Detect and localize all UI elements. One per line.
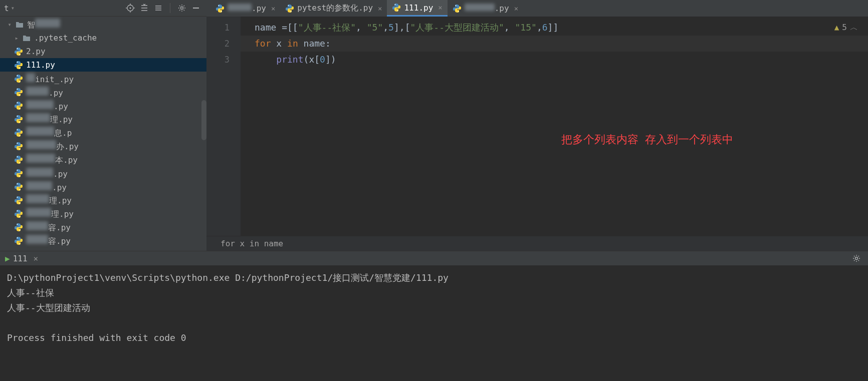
close-icon[interactable]: ×: [271, 5, 275, 13]
python-file-item[interactable]: 理.py: [0, 193, 206, 207]
console-line: 人事--社保: [7, 285, 861, 300]
python-file-item[interactable]: 2.py: [0, 45, 206, 58]
run-tool-window: ▶ 111 × D:\pythonProject1\venv\Scripts\p…: [0, 251, 868, 353]
python-file-item[interactable]: 111.py: [0, 58, 206, 72]
file-label: 理.py: [26, 208, 74, 220]
file-label: 息.p: [26, 127, 72, 139]
svg-point-35: [20, 189, 21, 190]
settings-icon[interactable]: [177, 4, 186, 13]
svg-point-21: [20, 95, 21, 96]
expand-all-icon[interactable]: [140, 4, 149, 13]
close-icon[interactable]: ×: [378, 5, 382, 13]
code-line-2[interactable]: for x in name:: [255, 36, 868, 52]
hide-icon[interactable]: [191, 4, 200, 13]
python-file-item[interactable]: 理.py: [0, 207, 206, 220]
python-file-icon: [14, 236, 23, 245]
svg-point-38: [17, 210, 18, 211]
close-icon[interactable]: ×: [438, 4, 442, 12]
python-file-icon: [14, 88, 23, 97]
python-file-item[interactable]: 容.py: [0, 220, 206, 234]
run-tab[interactable]: ▶ 111 ×: [5, 254, 38, 263]
run-config-icon: ▶: [5, 254, 10, 263]
folder-item[interactable]: ▸.pytest_cache: [0, 31, 206, 45]
python-file-icon: [453, 4, 462, 13]
svg-point-15: [20, 54, 21, 55]
tab-label: .py: [228, 4, 266, 13]
file-label: 办.py: [26, 140, 79, 152]
file-label: 容.py: [26, 221, 71, 233]
editor-tab[interactable]: .py×: [210, 0, 280, 17]
file-label: 111.py: [26, 60, 55, 70]
svg-point-12: [181, 7, 183, 10]
svg-point-37: [20, 203, 21, 204]
python-file-icon: [14, 223, 23, 232]
folder-icon: [15, 20, 24, 29]
python-file-icon: [14, 101, 23, 110]
console-output[interactable]: D:\pythonProject1\venv\Scripts\python.ex…: [0, 265, 868, 353]
svg-point-50: [455, 5, 456, 6]
code-line-3[interactable]: print(x[0]): [255, 52, 868, 68]
project-sidebar: t ▾ ▾ 智 ▸.pytest_cache2.py111.pyinit_.py…: [0, 0, 206, 251]
python-file-item[interactable]: 理.py: [0, 112, 206, 126]
python-file-icon: [392, 3, 401, 12]
svg-point-23: [20, 108, 21, 109]
python-file-item[interactable]: .py: [0, 166, 206, 180]
python-file-icon: [14, 209, 23, 218]
svg-point-28: [17, 143, 18, 144]
python-file-item[interactable]: 容.py: [0, 234, 206, 247]
python-file-item[interactable]: 办.py: [0, 139, 206, 153]
python-file-item[interactable]: .py: [0, 85, 206, 99]
editor-tab[interactable]: 111.py×: [387, 0, 447, 17]
file-label: .py: [26, 168, 68, 179]
editor-tab[interactable]: .py×: [448, 0, 523, 17]
close-icon[interactable]: ×: [34, 254, 39, 263]
svg-point-34: [17, 183, 18, 184]
project-tree[interactable]: ▾ 智 ▸.pytest_cache2.py111.pyinit_.py.py.…: [0, 17, 206, 251]
editor-body[interactable]: 1 2 3 name =[["人事--社保", "5",5],["人事--大型团…: [206, 17, 868, 236]
project-root-label[interactable]: t: [4, 4, 9, 13]
svg-point-36: [17, 197, 18, 198]
project-toolbar: t ▾: [0, 0, 206, 17]
svg-point-45: [221, 11, 222, 12]
svg-point-48: [395, 4, 396, 5]
folder-icon: [22, 34, 31, 43]
svg-point-22: [17, 102, 18, 103]
svg-point-52: [855, 257, 858, 260]
file-label: 2.py: [26, 47, 46, 56]
close-icon[interactable]: ×: [514, 5, 518, 13]
python-file-item[interactable]: init_.py: [0, 72, 206, 85]
svg-point-1: [130, 8, 131, 9]
python-file-icon: [14, 47, 23, 56]
svg-point-16: [17, 62, 18, 63]
svg-point-14: [17, 48, 18, 49]
file-label: .pytest_cache: [34, 33, 97, 43]
gutter: 1 2 3: [206, 17, 241, 236]
python-file-item[interactable]: 息.p: [0, 126, 206, 139]
svg-point-29: [20, 149, 21, 150]
python-file-item[interactable]: .py: [0, 99, 206, 112]
editor-tabs: .py×pytest的参数化.py×111.py×.py×: [206, 0, 868, 17]
file-label: .py: [26, 181, 67, 192]
inspection-widget[interactable]: ▲ 5 ︿: [834, 20, 858, 36]
python-file-item[interactable]: .py: [0, 180, 206, 193]
gear-icon[interactable]: [852, 254, 861, 263]
svg-point-40: [17, 224, 18, 225]
svg-point-24: [17, 116, 18, 117]
file-label: 容.py: [26, 235, 71, 247]
svg-point-33: [20, 176, 21, 177]
breadcrumb[interactable]: for x in name: [206, 236, 868, 251]
project-root[interactable]: ▾ 智: [0, 18, 206, 31]
editor-tab[interactable]: pytest的参数化.py×: [280, 0, 387, 17]
python-file-icon: [14, 61, 23, 70]
tab-label: 111.py: [404, 3, 433, 13]
chevron-up-icon[interactable]: ︿: [850, 20, 858, 36]
svg-point-49: [397, 10, 398, 11]
python-file-item[interactable]: 本.py: [0, 153, 206, 166]
console-line: Process finished with exit code 0: [7, 330, 861, 345]
scrollbar-thumb[interactable]: [201, 100, 206, 140]
console-line: [7, 315, 861, 330]
collapse-all-icon[interactable]: [154, 4, 163, 13]
locate-icon[interactable]: [126, 4, 135, 13]
code-line-1[interactable]: name =[["人事--社保", "5",5],["人事--大型团建活动", …: [255, 20, 868, 36]
console-line: 人事--大型团建活动: [7, 300, 861, 315]
